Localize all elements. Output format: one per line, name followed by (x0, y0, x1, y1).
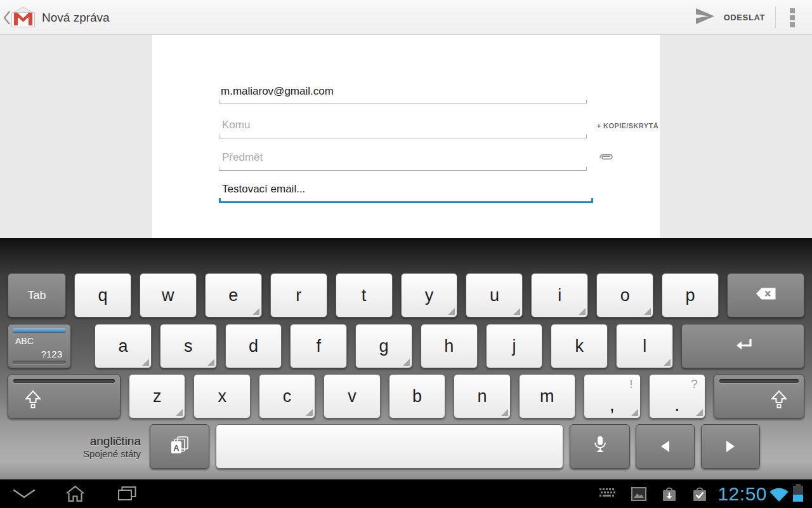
gmail-compose-screen: Nová zpráva ODESLAT m.maliarov@gmail.com… (0, 0, 812, 508)
page-title: Nová zpráva (42, 0, 110, 35)
key-a[interactable]: a (95, 324, 152, 368)
key-f[interactable]: f (290, 324, 347, 368)
key-space[interactable] (216, 424, 563, 469)
period-hint: ? (691, 377, 698, 391)
gmail-app-icon[interactable] (11, 6, 36, 30)
keyboard-row-2: ABC ?123 a s d f g h j k l (0, 324, 812, 368)
home-button[interactable] (65, 479, 85, 508)
wifi-icon (769, 486, 789, 502)
enter-icon (732, 337, 754, 356)
key-n[interactable]: n (454, 374, 510, 418)
send-label: ODESLAT (724, 13, 765, 22)
compose-content: m.maliarov@gmail.com Komu + KOPIE/SKRYTÁ… (0, 35, 812, 238)
key-comma[interactable]: , ! (584, 374, 640, 418)
key-h[interactable]: h (421, 324, 478, 368)
key-l[interactable]: l (616, 324, 673, 368)
capslock-indicator-slot (719, 379, 799, 383)
microphone-icon (593, 436, 607, 458)
key-enter[interactable] (681, 324, 804, 368)
from-field[interactable]: m.maliarov@gmail.com (221, 85, 334, 98)
from-underline (219, 103, 587, 104)
clock: 12:50 (717, 483, 767, 505)
arrow-left-icon (661, 441, 669, 452)
comma-hint: ! (629, 377, 632, 391)
mode-123-label: ?123 (41, 349, 62, 359)
to-underline (219, 138, 587, 138)
key-backspace[interactable] (727, 273, 804, 318)
input-switcher-icon: A (169, 435, 190, 458)
shift-icon (771, 390, 787, 412)
hide-keyboard-button[interactable] (13, 479, 36, 508)
key-e[interactable]: e (205, 273, 262, 318)
key-cursor-left[interactable] (636, 424, 695, 469)
period-label: . (650, 395, 705, 414)
key-i[interactable]: i (531, 273, 588, 318)
key-cursor-right[interactable] (701, 424, 760, 469)
key-voice-input[interactable] (570, 424, 630, 469)
attachment-paperclip-icon[interactable] (598, 152, 614, 165)
arrow-right-icon (726, 441, 735, 452)
mode-indicator-bar (13, 328, 66, 332)
send-icon (695, 7, 716, 28)
keyboard-row-1: Tab q w e r t y u i o p (0, 273, 812, 318)
key-w[interactable]: w (140, 273, 197, 318)
language-region: Spojené státy (83, 448, 141, 459)
battery-level (793, 495, 803, 502)
subject-field[interactable]: Předmět (222, 151, 263, 164)
svg-text:A: A (173, 443, 180, 452)
key-c[interactable]: c (259, 374, 315, 418)
add-cc-bcc-button[interactable]: + KOPIE/SKRYTÁ (597, 122, 658, 130)
send-button[interactable]: ODESLAT (695, 0, 765, 35)
key-o[interactable]: o (596, 273, 653, 318)
back-chevron-icon[interactable] (3, 10, 11, 29)
key-input-switcher[interactable]: A (150, 424, 209, 469)
subject-underline (219, 170, 587, 171)
language-name: angličtina (90, 434, 141, 448)
appbar-divider (775, 6, 776, 29)
comma-label: , (584, 395, 639, 414)
key-g[interactable]: g (355, 324, 412, 368)
key-tab[interactable]: Tab (8, 273, 66, 318)
onscreen-keyboard: Tab q w e r t y u i o p (0, 238, 812, 479)
keyboard-row-3: z x c v b n m , ! . ? (0, 374, 812, 418)
download-notification-icon (662, 486, 677, 502)
key-r[interactable]: r (270, 273, 327, 318)
key-q[interactable]: q (74, 273, 131, 318)
capslock-indicator-slot (13, 379, 115, 383)
key-u[interactable]: u (466, 273, 523, 318)
key-x[interactable]: x (193, 374, 250, 418)
status-tray[interactable]: 12:50 (599, 479, 803, 508)
key-m[interactable]: m (519, 374, 575, 418)
key-t[interactable]: t (336, 273, 393, 318)
key-y[interactable]: y (401, 273, 458, 318)
compose-card: m.maliarov@gmail.com Komu + KOPIE/SKRYTÁ… (152, 35, 660, 238)
language-indicator: angličtina Spojené státy (0, 424, 141, 469)
key-period[interactable]: . ? (649, 374, 705, 418)
body-field[interactable]: Testovací email... (222, 183, 305, 196)
gallery-notification-icon (631, 487, 646, 501)
shift-icon (25, 390, 41, 412)
body-focus-underline (219, 201, 593, 203)
action-bar: Nová zpráva ODESLAT (0, 0, 812, 35)
key-z[interactable]: z (129, 374, 185, 418)
mode-slot-bar (13, 361, 66, 364)
recent-apps-button[interactable] (117, 479, 137, 508)
key-j[interactable]: j (486, 324, 543, 368)
key-p[interactable]: p (662, 273, 719, 318)
battery-icon (793, 486, 803, 502)
key-k[interactable]: k (551, 324, 608, 368)
key-shift-right[interactable] (714, 374, 804, 418)
key-b[interactable]: b (389, 374, 445, 418)
update-check-notification-icon (692, 486, 707, 502)
key-v[interactable]: v (324, 374, 380, 418)
key-mode-switch[interactable]: ABC ?123 (8, 324, 71, 368)
keyboard-status-icon (599, 488, 616, 500)
system-navbar: 12:50 (0, 479, 812, 508)
key-shift-left[interactable] (8, 374, 121, 418)
key-d[interactable]: d (225, 324, 282, 368)
overflow-menu-icon[interactable] (786, 8, 799, 27)
to-field[interactable]: Komu (222, 119, 250, 131)
key-s[interactable]: s (160, 324, 217, 368)
backspace-icon (755, 287, 776, 304)
mode-abc-label: ABC (15, 336, 34, 346)
